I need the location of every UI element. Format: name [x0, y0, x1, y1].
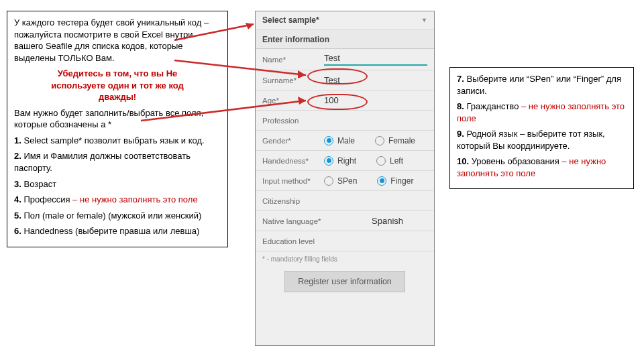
- svg-marker-5: [298, 97, 306, 105]
- svg-line-2: [174, 60, 306, 75]
- annotation-arrows: [0, 0, 644, 362]
- svg-line-4: [141, 101, 306, 121]
- svg-marker-3: [298, 70, 306, 78]
- arrow-to-select-sample: [174, 23, 254, 40]
- arrow-to-name: [174, 60, 306, 78]
- svg-line-0: [174, 24, 254, 40]
- arrow-to-surname: [141, 97, 306, 121]
